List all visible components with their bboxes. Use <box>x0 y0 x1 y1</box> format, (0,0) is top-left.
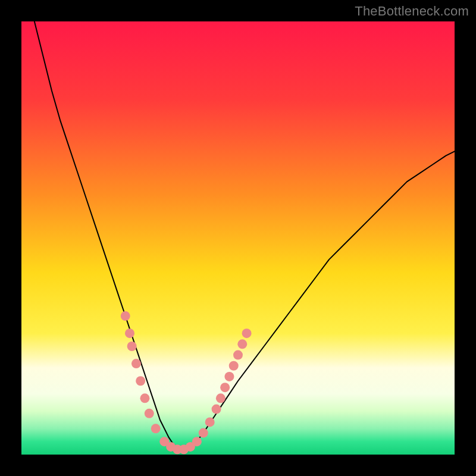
highlight-dot <box>192 437 202 446</box>
highlight-dot <box>216 393 226 403</box>
highlight-dot <box>242 328 252 338</box>
highlight-dot <box>136 376 145 386</box>
highlight-dot <box>224 372 234 381</box>
highlight-dot <box>140 393 149 403</box>
chart-frame: TheBottleneck.com <box>0 0 476 476</box>
highlight-dot <box>205 417 215 427</box>
watermark-text: TheBottleneck.com <box>355 4 469 19</box>
highlight-dot <box>199 428 208 438</box>
highlight-dot <box>220 383 230 392</box>
chart-background <box>21 21 455 455</box>
chart-svg <box>21 21 455 455</box>
highlight-dot <box>212 405 221 414</box>
highlight-dot <box>145 409 154 418</box>
highlight-dot <box>127 342 137 351</box>
highlight-dot <box>121 311 130 321</box>
highlight-dot <box>229 361 239 371</box>
highlight-dot <box>125 328 134 338</box>
highlight-dot <box>151 424 161 433</box>
highlight-dot <box>237 339 247 349</box>
highlight-dot <box>131 359 141 368</box>
chart-plot-area <box>21 21 455 455</box>
highlight-dot <box>233 350 243 360</box>
